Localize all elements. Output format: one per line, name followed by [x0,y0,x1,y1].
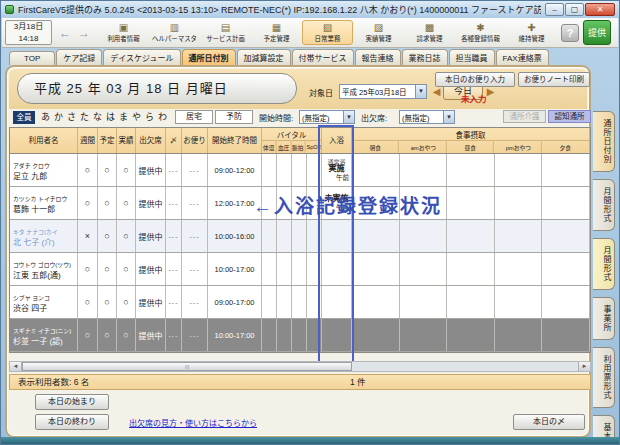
window-title: FirstCareV5提供のみ 5.0.245 <2013-03-15 13:1… [18,3,541,16]
tab-item[interactable]: ケア記録 [56,49,102,65]
kyotaku-filter-button[interactable]: 居宅 [175,110,213,124]
table-row[interactable]: スギナミ イチコ(ニン)杉並 一子 (認)○○○提供中------10:00-1… [10,319,590,352]
table-row[interactable]: アダチ クロウ足立 九郎○○○提供中------09:00-12:00通常浴実施… [10,154,590,187]
toolbar-item[interactable]: ▩請求管理 [404,20,455,45]
toolbar-item[interactable]: ▦予定管理 [251,20,302,45]
tab-item[interactable]: 担当職員 [449,49,495,65]
toolbar-item[interactable]: ▥ヘルパーマスタ [149,20,200,45]
schedule-icon: ▦ [252,22,301,33]
col-header-meals: 食事摂取 [352,128,589,141]
meal-cell [400,154,448,186]
scroll-left-arrow[interactable]: ◄ [10,362,22,371]
day-close-button[interactable]: 本日の〆 [513,414,585,430]
provide-button[interactable]: 提供 [583,20,611,45]
day-end-button[interactable]: 本日の終わり [35,414,109,430]
actual-cell: ○ [117,286,136,318]
note-print-button[interactable]: お便りノート印刷 [518,72,590,87]
window-controls: – ▢ ✕ [545,3,615,16]
bath-cell [322,286,352,318]
close-button[interactable]: ✕ [585,3,615,16]
tab-item[interactable]: 通所日付別 [182,49,236,65]
tab-item[interactable]: 報告連絡 [355,49,401,65]
kana-filter-item[interactable]: ま [117,110,130,123]
toolbar-item-label: サービス計画 [203,33,248,42]
side-tab-item[interactable]: 利用票形式 [593,347,615,408]
kana-filter-item[interactable]: や [130,110,143,123]
toolbar-item-label: 利用者情報 [101,33,146,42]
kana-filter-item[interactable]: あ [39,110,52,123]
kana-filter-item[interactable]: か [52,110,65,123]
toolbar-item-label: 実績管理 [356,33,401,42]
col-header-meals-group: 食事摂取 朝食amおやつ昼食pmおやつ夕食 [352,128,590,153]
day-start-button[interactable]: 本日の始まり [35,394,109,410]
side-tab-item[interactable]: 月間形式 [593,238,615,290]
tab-item[interactable]: TOP [9,51,55,65]
attendance-label: 出欠席: [361,112,387,123]
kana-filter-item[interactable]: わ [156,110,169,123]
forward-arrow-icon[interactable]: → [78,26,90,40]
yobou-filter-button[interactable]: 予防 [215,110,253,124]
meals-subheaders: 朝食amおやつ昼食pmおやつ夕食 [352,141,589,153]
user-name: 足立 九郎 [13,170,47,181]
note-cell: --- [182,253,208,285]
ninchi-tsusho-button[interactable]: 認知通所 [548,110,591,123]
side-tab-item[interactable]: 事業所 [593,297,615,340]
tab-item[interactable]: 加減算設定 [237,49,291,65]
vital-cell [307,319,322,351]
scrollbar-thumb[interactable]: III [22,362,352,371]
start-time-select[interactable]: (無指定) ▼ [299,110,355,124]
helper-master-icon: ▥ [150,22,199,33]
toolbar-item[interactable]: ✚維持管理 [506,20,557,45]
table-row[interactable]: シブヤ ヨンコ渋谷 四子○○○提供中------09:00-17:00 [10,286,590,319]
toolbar-item[interactable]: ▧日常業務 [302,20,353,45]
kana-filter-item[interactable]: さ [65,110,78,123]
attendance-help-link[interactable]: 出欠席の見方・使い方はこちらから [129,417,257,428]
bath-cell [322,220,352,252]
tab-item[interactable]: デイスケジュール [103,49,180,65]
todays-note-input-button[interactable]: 本日のお便り入力 [435,72,515,87]
toolbar-item[interactable]: ▨実績管理 [353,20,404,45]
col-header-vitals: バイタル [262,128,321,141]
filter-all-button[interactable]: 全員 [13,111,35,124]
meal-cell [495,286,543,318]
side-tab-item[interactable]: 月間形式 [593,179,615,231]
meal-cell [495,154,543,186]
user-name: 江東 五郎(通) [13,269,61,280]
help-button[interactable]: ? [561,24,579,42]
meal-cell [542,154,590,186]
table-row[interactable]: キタ ナナコ(カイ北 七子 (介)×○○提供中------10:00-16:00 [10,220,590,253]
target-date-select[interactable]: 平成 25年03月18日 ▼ [339,84,427,99]
filter-row: 全員 あかさたなはまやらわ 居宅 予防 開始時間: (無指定) ▼ 出欠席: (… [9,109,587,126]
maximize-button[interactable]: ▢ [565,3,584,16]
kana-filter-item[interactable]: た [78,110,91,123]
plan-cell: ○ [98,154,117,186]
check-cell: --- [166,319,182,351]
toolbar-item[interactable]: ▤サービス計画 [200,20,251,45]
tab-item[interactable]: FAX連絡票 [496,49,549,65]
scroll-right-arrow[interactable]: ► [578,362,590,371]
toolbar-item[interactable]: ▣利用者情報 [98,20,149,45]
plan-cell: ○ [98,187,117,219]
toolbar-item[interactable]: ✱各種登録情報 [455,20,506,45]
tsusho-kaigo-button[interactable]: 通所介護 [503,110,546,123]
side-tab-item[interactable]: 通所日付別 [593,111,615,172]
week-cell: ○ [78,154,98,186]
kana-filter-item[interactable]: な [91,110,104,123]
vital-subheader: SpO2 [306,141,321,152]
user-name-cell: スギナミ イチコ(ニン)杉並 一子 (認) [10,319,78,351]
table-row[interactable]: コウトウ ゴロウ(ツウ)江東 五郎(通)○○○提供中------10:00-17… [10,253,590,286]
tab-item[interactable]: 付帯サービス [292,49,354,65]
week-cell: ○ [78,187,98,219]
plan-cell: ○ [98,319,117,351]
meal-cell [542,220,590,252]
vital-subheader: 血圧 [277,141,291,152]
back-arrow-icon[interactable]: ← [59,26,71,40]
kana-filter-item[interactable]: は [104,110,117,123]
tab-item[interactable]: 業務日誌 [402,49,448,65]
horizontal-scrollbar[interactable]: ◄ III ► [9,361,591,372]
meal-cell [495,253,543,285]
minimize-button[interactable]: – [545,3,564,16]
kana-filter-item[interactable]: ら [143,110,156,123]
attendance-select[interactable]: (無指定) ▼ [399,110,455,124]
week-cell: ○ [78,319,98,351]
